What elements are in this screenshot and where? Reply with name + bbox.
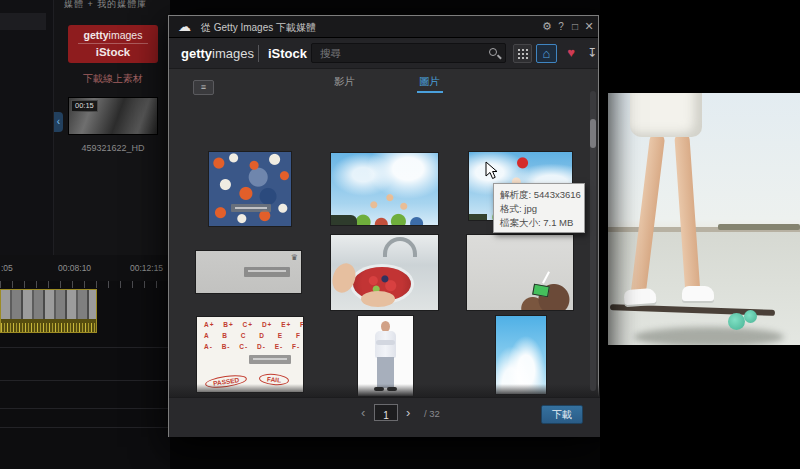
getty-istock-library-card[interactable]: gettyimages iStock <box>68 25 158 63</box>
help-icon[interactable]: ? <box>554 19 568 34</box>
app-screen: 媒體 + 我的媒體庫 gettyimages iStock 下載線上素材 00:… <box>0 0 800 469</box>
search-field[interactable] <box>311 43 506 63</box>
man-arms <box>376 340 395 345</box>
thumbnail-floral-pattern[interactable] <box>209 152 291 226</box>
track-divider <box>0 380 170 381</box>
crown-premium-icon: ♛ <box>291 253 298 262</box>
istock-logo-text: iStock <box>68 46 158 58</box>
timeline: :05 00:08:10 00:12:15 <box>0 255 170 469</box>
grid-icon <box>517 48 528 59</box>
phone-shape <box>532 284 550 298</box>
timeline-ruler[interactable]: :05 00:08:10 00:12:15 <box>0 255 170 281</box>
search-input[interactable] <box>312 44 505 62</box>
grades-row: A- B- C- D- E- F- <box>204 343 303 350</box>
tooltip-filesize: 檔案大小: 7.1 MB <box>500 216 578 230</box>
logo-divider <box>78 43 148 44</box>
page-total: / 32 <box>424 408 440 419</box>
mouse-cursor <box>485 161 499 181</box>
page-number-input[interactable] <box>375 408 397 423</box>
ruler-tick-label: :05 <box>1 263 13 273</box>
thumbnail-kids-reaching-sky[interactable] <box>331 153 438 225</box>
dialog-footer: ‹ › / 32 下載 <box>169 397 600 437</box>
skater-left-shoe <box>624 288 657 305</box>
grid-bottom-fade <box>169 384 600 397</box>
grades-row: A B C D E F <box>204 332 303 339</box>
media-room-panel: 媒體 + 我的媒體庫 gettyimages iStock 下載線上素材 00:… <box>0 0 170 469</box>
scrollbar-thumb[interactable] <box>590 119 596 148</box>
longboard-wheel <box>744 310 757 323</box>
home-button[interactable]: ⌂ <box>536 44 557 63</box>
scrollbar-track[interactable] <box>590 91 596 391</box>
grades-row: A+ B+ C+ D+ E+ F+ <box>204 321 303 328</box>
video-preview-frame <box>608 93 800 345</box>
thumbnail-hand-holding-phone[interactable] <box>467 235 573 310</box>
istock-brand: iStock <box>268 46 307 61</box>
tooltip-format: 格式: jpg <box>500 202 578 216</box>
hand-shape <box>361 291 395 307</box>
thumbnail-grade-marks[interactable]: A+ B+ C+ D+ E+ F+ A B C D E F A- B- C- D… <box>197 317 303 392</box>
video-preview-panel <box>600 0 800 469</box>
dialog-header: gettyimages iStock ⌂ ♥ ↧ <box>169 38 598 69</box>
page-number-field[interactable] <box>374 404 398 421</box>
clip-duration-badge: 00:15 <box>71 100 98 112</box>
breadcrumb: 媒體 + 我的媒體庫 <box>64 0 147 11</box>
dialog-titlebar[interactable]: ☁ 從 Getty Images 下載媒體 ⚙ ? □ ✕ <box>169 16 598 38</box>
clip-audio-waveform <box>1 319 96 332</box>
pen-shape <box>542 271 550 283</box>
thumbnail-washing-berries[interactable] <box>331 235 438 310</box>
brand-divider <box>258 45 259 62</box>
downloaded-clip-thumbnail[interactable]: 00:15 <box>68 97 158 135</box>
clip-filmstrip <box>1 290 96 319</box>
cloud-icon: ☁ <box>178 19 191 34</box>
grid-view-button[interactable] <box>513 44 532 63</box>
tooltip-resolution: 解析度: 5443x3616 <box>500 188 578 202</box>
panel-collapse-chevron[interactable]: ‹ <box>54 112 63 132</box>
page-next-arrow[interactable]: › <box>406 405 410 420</box>
dialog-title: 從 Getty Images 下載媒體 <box>201 21 316 35</box>
watermark <box>231 204 271 212</box>
watermark <box>249 355 291 364</box>
skater-shadow <box>634 327 784 345</box>
getty-logo-text: gettyimages <box>68 25 158 41</box>
skater-right-shoe <box>682 286 714 301</box>
distant-treeline <box>718 224 800 230</box>
download-online-media-caption: 下載線上素材 <box>68 72 158 86</box>
download-button[interactable]: 下載 <box>541 405 583 424</box>
longboard-wheel <box>728 313 745 330</box>
clip-filename: 459321622_HD <box>60 143 166 153</box>
track-divider <box>0 347 170 348</box>
watermark <box>244 267 290 277</box>
thumbnail-gray-banner[interactable]: ♛ <box>196 251 301 293</box>
gettyimages-brand: gettyimages <box>181 46 254 61</box>
search-icon[interactable] <box>489 48 497 56</box>
ruler-tick-label: 00:08:10 <box>58 263 91 273</box>
page-prev-arrow[interactable]: ‹ <box>361 405 365 420</box>
track-divider <box>0 408 170 409</box>
thumbnail-sky-portrait[interactable] <box>496 316 546 394</box>
downloads-library-icon[interactable]: ↧ <box>584 44 600 63</box>
ruler-tick-label: 00:12:15 <box>130 263 163 273</box>
favorites-heart-icon[interactable]: ♥ <box>562 44 580 63</box>
left-toolbar-block <box>0 13 46 30</box>
results-grid: ♛ A+ B+ C+ D+ E+ F+ A B C D E F A- B- C-… <box>169 69 600 397</box>
left-toolbar-column <box>0 0 54 255</box>
image-info-tooltip: 解析度: 5443x3616 格式: jpg 檔案大小: 7.1 MB <box>493 183 585 233</box>
maximize-icon[interactable]: □ <box>568 19 582 34</box>
close-icon[interactable]: ✕ <box>582 19 596 34</box>
timeline-video-clip[interactable] <box>0 289 97 333</box>
faucet-shape <box>383 237 417 257</box>
settings-gear-icon[interactable]: ⚙ <box>540 19 554 34</box>
skater-shorts <box>630 93 702 137</box>
ruler-tick-marks <box>0 281 170 288</box>
track-divider <box>0 427 170 428</box>
